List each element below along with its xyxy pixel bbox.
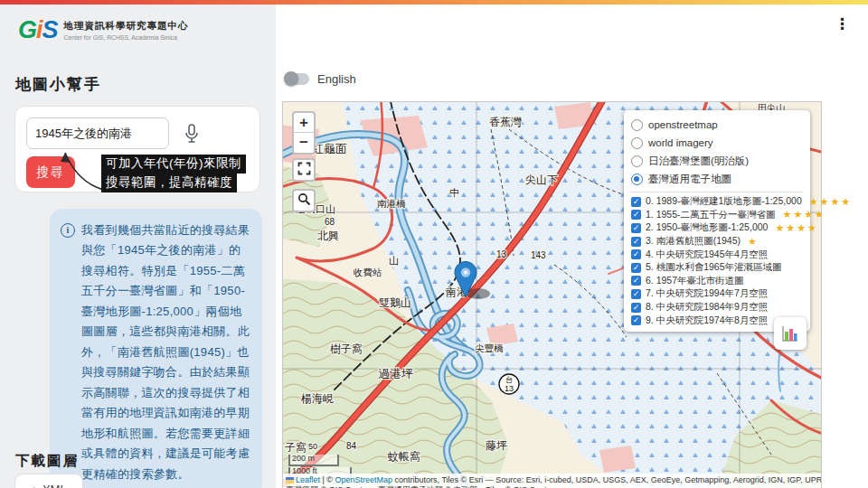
overlay-label: 6. 1957年臺北市街道圖 (646, 275, 744, 287)
route-shield-tai13: 台 13 (499, 374, 519, 394)
basemap-option[interactable]: 日治臺灣堡圖(明治版) (631, 152, 803, 170)
search-button[interactable]: 搜尋 (26, 156, 75, 188)
svg-text:台: 台 (505, 376, 513, 384)
checkbox-icon[interactable]: ✓ (631, 249, 641, 259)
star-rating: ★ (748, 236, 759, 248)
overlay-label: 9. 中央研究院1974年8月空照 (646, 314, 768, 327)
language-toggle-label: English (317, 72, 356, 86)
overlay-option[interactable]: ✓ 4. 中央研究院1945年4月空照 (631, 248, 803, 261)
map-label-143: 143 (531, 250, 546, 260)
basemap-label: 日治臺灣堡圖(明治版) (648, 155, 749, 168)
basemap-label: world imagery (648, 137, 713, 148)
map-label-wenzhangwo: 蚊帳窩 (388, 450, 420, 463)
radio-icon[interactable] (631, 174, 643, 185)
overlay-option[interactable]: ✓ 1. 1955-二萬五千分一臺灣省圖 ★★★★ (631, 209, 803, 222)
checkbox-icon[interactable]: ✓ (631, 303, 641, 313)
map-label-guogangping: 過港坪 (378, 367, 413, 380)
checkbox-icon[interactable]: ✓ (631, 289, 641, 299)
bar-chart-icon (781, 324, 799, 343)
overlay-option[interactable]: ✓ 5. 桃園水利會1965年灌溉區域圖 (631, 261, 803, 275)
overlay-list: ✓ 0. 1989-臺灣經建1版地形圖-1:25,000 ★★★★ ✓ 1. 1… (631, 195, 803, 327)
layers-control-panel: openstreetmap world imagery 日治臺灣堡圖(明治版) (624, 110, 810, 332)
main-area: ⋮ English (276, 5, 868, 488)
microphone-icon[interactable] (184, 124, 200, 144)
search-hint-tooltip: 可加入年代(年份)來限制 搜尋範圍，提高精確度 (101, 155, 269, 192)
checkbox-icon[interactable]: ✓ (631, 263, 641, 273)
page-title: 地圖小幫手 (15, 74, 101, 95)
download-section-title: 下載圖層 (15, 452, 79, 471)
leaflet-link[interactable]: Leaflet (296, 475, 320, 484)
basemap-option[interactable]: openstreetmap (631, 116, 803, 134)
fullscreen-button[interactable] (292, 158, 316, 182)
checkbox-icon[interactable]: ✓ (631, 223, 641, 233)
basemap-option[interactable]: 臺灣通用電子地圖 (631, 170, 803, 188)
sidebar: GiS 地理資訊科學研究專題中心 Center for GIS, RCHSS, … (0, 5, 276, 488)
basemap-list: openstreetmap world imagery 日治臺灣堡圖(明治版) (631, 116, 803, 188)
checkbox-icon[interactable]: ✓ (631, 237, 641, 247)
overlay-label: 8. 中央研究院1984年9月空照 (646, 301, 768, 314)
map-label-zhong: 中 (449, 187, 459, 198)
overlay-option[interactable]: ✓ 3. 南港舊航照圖(1945) ★ (631, 235, 803, 249)
star-rating: ★★★★ (809, 196, 852, 208)
gis-logo[interactable]: GiS 地理資訊科學研究專題中心 Center for GIS, RCHSS, … (18, 16, 189, 44)
osm-link[interactable]: OpenStreetMap (335, 475, 393, 484)
checkbox-icon[interactable]: ✓ (631, 315, 641, 325)
kebab-menu-icon[interactable]: ⋮ (835, 16, 850, 32)
tooltip-line2: 搜尋範圍，提高精確度 (101, 174, 237, 192)
overlay-label: 1. 1955-二萬五千分一臺灣省圖 (646, 209, 776, 221)
overlay-label: 7. 中央研究院1994年7月空照 (646, 287, 768, 300)
radio-icon[interactable] (631, 155, 643, 167)
logo-title: 地理資訊科學研究專題中心 (64, 20, 189, 33)
map-label-xiangjiaowan: 香蕉灣 (489, 116, 522, 128)
checkbox-icon[interactable]: ✓ (631, 210, 641, 220)
language-toggle[interactable]: English (285, 72, 356, 86)
statistics-chart-button[interactable] (774, 317, 807, 350)
map-label-68: 68 (325, 217, 335, 227)
xml-button-label: XML (42, 483, 67, 488)
download-icon: ↓ (31, 483, 37, 488)
overlay-option[interactable]: ✓ 8. 中央研究院1984年9月空照 (631, 301, 803, 314)
search-input[interactable] (26, 117, 169, 149)
svg-text:13: 13 (505, 384, 514, 393)
star-rating: ★★★★ (783, 209, 826, 221)
panel-separator (631, 192, 803, 192)
fullscreen-icon (297, 162, 311, 175)
basemap-label: openstreetmap (648, 119, 718, 130)
map-label-shoufeizhan: 收費站 (354, 267, 382, 277)
leaflet-flag-icon (286, 477, 294, 483)
overlay-label: 3. 南港舊航照圖(1945) (646, 235, 741, 248)
checkbox-icon[interactable]: ✓ (631, 276, 641, 286)
gis-logo-mark: GiS (18, 16, 58, 44)
zoom-out-button[interactable]: − (294, 133, 314, 153)
marker-shadow (467, 288, 490, 299)
map-label-yanghaixian: 楊海峴 (301, 392, 334, 405)
map-label-shuziwo: 樹子窩 (330, 343, 363, 355)
map-label-hongguimian: 紅龜面 (312, 142, 347, 155)
attribution-line1: Leaflet | © OpenStreetMap contributors, … (286, 475, 818, 485)
basemap-label: 臺灣通用電子地圖 (648, 173, 731, 186)
radio-icon[interactable] (631, 119, 643, 131)
download-xml-button[interactable]: ↓ XML (14, 474, 83, 488)
map-container[interactable]: 田尖山 香蕉灣 紅龜面 尖山下 77 南坑 南港橋 道橋口山 68 北興 143… (283, 102, 821, 488)
assistant-response-bubble: i 我看到幾個共當貼近的搜尋結果與您「1945年之後的南港」的搜尋相符。特別是「… (50, 209, 262, 488)
zoom-in-button[interactable]: + (294, 113, 314, 133)
overlay-option[interactable]: ✓ 7. 中央研究院1994年7月空照 (631, 287, 803, 301)
map-label-nangangqiao: 南港橋 (377, 198, 406, 209)
map-label-50: 50 (308, 442, 317, 451)
checkbox-icon[interactable]: ✓ (631, 197, 641, 207)
map-label-tengping: 藤坪 (486, 439, 507, 452)
magnifier-icon (297, 192, 311, 206)
toggle-track[interactable] (285, 73, 309, 85)
map-label-shan: 山 (389, 255, 399, 266)
basemap-option[interactable]: world imagery (631, 134, 803, 152)
toggle-knob[interactable] (284, 71, 298, 86)
radio-icon[interactable] (631, 137, 643, 149)
overlay-option[interactable]: ✓ 6. 1957年臺北市街道圖 (631, 275, 803, 288)
overlay-label: 5. 桃園水利會1965年灌溉區域圖 (646, 261, 782, 274)
overlay-label: 4. 中央研究院1945年4月空照 (646, 249, 768, 261)
info-icon: i (61, 223, 75, 238)
map-search-button[interactable] (292, 189, 316, 212)
map-label-shuangeshan: 雙鵝山 (379, 296, 411, 309)
overlay-option[interactable]: ✓ 2. 1950-臺灣地形圖-1:25,000 ★★★★ (631, 221, 803, 235)
overlay-option[interactable]: ✓ 0. 1989-臺灣經建1版地形圖-1:25,000 ★★★★ (631, 195, 803, 209)
